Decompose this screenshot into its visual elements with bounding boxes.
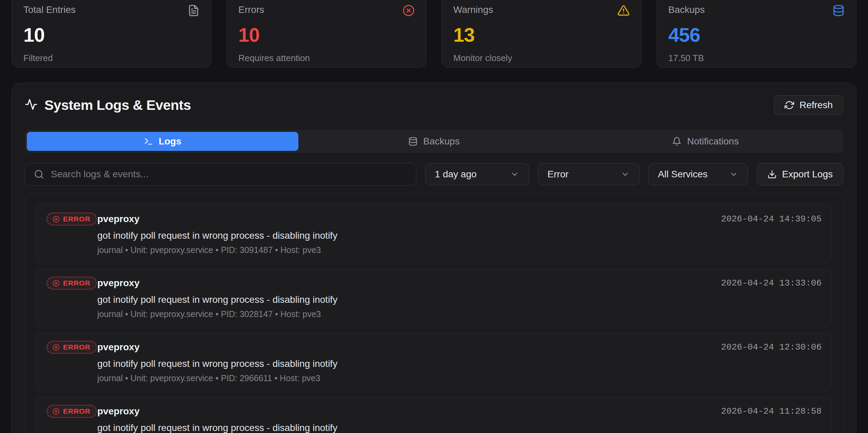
log-timestamp: 2026-04-24 12:30:06 bbox=[721, 341, 822, 352]
badge-label: ERROR bbox=[63, 279, 91, 287]
search-input[interactable] bbox=[51, 169, 407, 180]
log-timestamp: 2026-04-24 14:39:05 bbox=[721, 213, 822, 224]
log-service: pveproxy bbox=[97, 278, 721, 289]
time-range-select[interactable]: 1 day ago bbox=[425, 163, 529, 185]
service-select[interactable]: All Services bbox=[648, 163, 748, 185]
tab-backups[interactable]: Backups bbox=[298, 132, 570, 151]
tab-label: Notifications bbox=[687, 136, 739, 147]
database-icon bbox=[408, 137, 418, 146]
tab-bar: Logs Backups Notifications bbox=[25, 130, 843, 153]
alert-triangle-icon bbox=[617, 4, 630, 18]
x-circle-icon bbox=[53, 280, 60, 287]
x-circle-icon bbox=[53, 344, 60, 351]
stat-label: Errors bbox=[238, 4, 264, 15]
log-message: got inotify poll request in wrong proces… bbox=[97, 294, 721, 305]
log-service: pveproxy bbox=[97, 214, 721, 224]
log-meta: journal • Unit: pveproxy.service • PID: … bbox=[97, 309, 721, 319]
export-label: Export Logs bbox=[782, 169, 833, 180]
log-message: got inotify poll request in wrong proces… bbox=[97, 422, 721, 433]
search-box bbox=[25, 163, 416, 185]
stat-card-total-entries: Total Entries 10 Filtered bbox=[12, 0, 212, 68]
filter-row: 1 day ago Error All Services Export Logs bbox=[25, 163, 843, 185]
log-entry[interactable]: ERROR pveproxy 2026-04-24 12:30:06 got i… bbox=[36, 332, 832, 391]
stat-sub: Monitor closely bbox=[453, 53, 630, 63]
tab-notifications[interactable]: Notifications bbox=[570, 132, 841, 151]
page-title: System Logs & Events bbox=[44, 97, 191, 113]
chevron-down-icon bbox=[510, 170, 519, 179]
x-circle-icon bbox=[402, 4, 415, 18]
stat-value: 10 bbox=[23, 23, 200, 46]
log-meta: journal • Unit: pveproxy.service • PID: … bbox=[97, 245, 721, 255]
tab-label: Backups bbox=[423, 136, 459, 147]
x-circle-icon bbox=[53, 216, 60, 223]
select-value: All Services bbox=[658, 169, 708, 180]
stat-value: 10 bbox=[238, 23, 415, 46]
export-logs-button[interactable]: Export Logs bbox=[757, 163, 843, 185]
log-service: pveproxy bbox=[97, 406, 721, 417]
chevron-down-icon bbox=[729, 170, 738, 179]
terminal-icon bbox=[144, 137, 153, 146]
log-service: pveproxy bbox=[97, 342, 721, 353]
system-logs-panel: System Logs & Events Refresh Logs Backup… bbox=[12, 83, 856, 433]
stat-sub: Filtered bbox=[23, 53, 200, 63]
search-icon bbox=[34, 169, 44, 179]
select-value: Error bbox=[548, 169, 569, 180]
stat-label: Warnings bbox=[453, 4, 493, 15]
tab-label: Logs bbox=[159, 136, 181, 147]
badge-label: ERROR bbox=[63, 343, 91, 351]
select-value: 1 day ago bbox=[435, 169, 477, 180]
log-message: got inotify poll request in wrong proces… bbox=[97, 230, 721, 241]
log-entry[interactable]: ERROR pveproxy 2026-04-24 13:33:06 got i… bbox=[36, 268, 832, 327]
refresh-label: Refresh bbox=[800, 100, 833, 111]
badge-label: ERROR bbox=[63, 407, 91, 415]
chevron-down-icon bbox=[621, 170, 630, 179]
log-meta: journal • Unit: pveproxy.service • PID: … bbox=[97, 373, 721, 383]
log-timestamp: 2026-04-24 11:28:58 bbox=[721, 405, 822, 416]
refresh-button[interactable]: Refresh bbox=[774, 95, 843, 115]
error-badge: ERROR bbox=[46, 213, 97, 225]
stat-value: 456 bbox=[668, 23, 845, 46]
log-level-select[interactable]: Error bbox=[538, 163, 639, 185]
stats-row: Total Entries 10 Filtered Errors 10 Requ… bbox=[12, 0, 856, 68]
stat-card-warnings: Warnings 13 Monitor closely bbox=[441, 0, 642, 68]
error-badge: ERROR bbox=[46, 277, 97, 290]
stat-card-backups: Backups 456 17.50 TB bbox=[656, 0, 856, 68]
database-icon bbox=[832, 4, 845, 18]
log-timestamp: 2026-04-24 13:33:06 bbox=[721, 277, 822, 288]
log-list: ERROR pveproxy 2026-04-24 14:39:05 got i… bbox=[25, 193, 843, 433]
badge-label: ERROR bbox=[63, 215, 91, 223]
activity-icon bbox=[25, 98, 38, 112]
file-text-icon bbox=[188, 4, 200, 18]
refresh-icon bbox=[785, 100, 794, 110]
x-circle-icon bbox=[53, 408, 60, 415]
download-icon bbox=[767, 170, 777, 179]
stat-label: Total Entries bbox=[23, 4, 76, 15]
stat-sub: Requires attention bbox=[238, 53, 415, 63]
log-entry[interactable]: ERROR pveproxy 2026-04-24 14:39:05 got i… bbox=[36, 204, 832, 263]
stat-label: Backups bbox=[668, 4, 705, 15]
stat-sub: 17.50 TB bbox=[668, 53, 845, 63]
bell-icon bbox=[672, 137, 682, 146]
error-badge: ERROR bbox=[46, 341, 97, 354]
log-message: got inotify poll request in wrong proces… bbox=[97, 358, 721, 369]
tab-logs[interactable]: Logs bbox=[27, 132, 298, 151]
stat-value: 13 bbox=[453, 23, 630, 46]
panel-header: System Logs & Events Refresh bbox=[25, 95, 843, 115]
stat-card-errors: Errors 10 Requires attention bbox=[226, 0, 427, 68]
log-entry[interactable]: ERROR pveproxy 2026-04-24 11:28:58 got i… bbox=[36, 396, 832, 433]
error-badge: ERROR bbox=[46, 405, 97, 418]
